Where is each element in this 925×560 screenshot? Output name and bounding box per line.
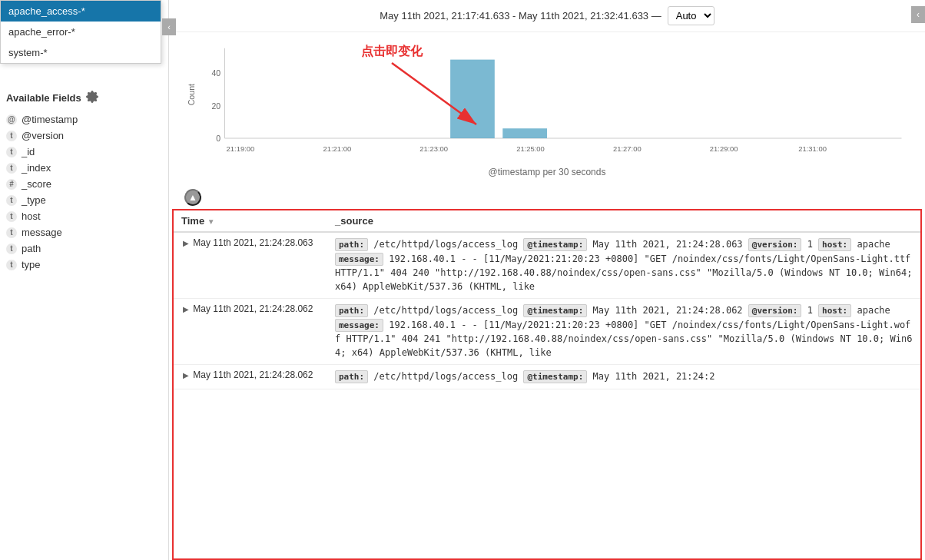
sidebar: apache_access-* apache_error-* system-* … [0, 0, 169, 560]
row-source: path: /etc/httpd/logs/access_log @timest… [327, 232, 920, 299]
svg-text:21:31:00: 21:31:00 [798, 144, 827, 153]
table-row: ▶ May 11th 2021, 21:24:28.062path: /etc/… [174, 365, 920, 389]
results-body: ▶ May 11th 2021, 21:24:28.063path: /etc/… [174, 232, 920, 389]
sidebar-field-message[interactable]: tmessage [6, 224, 162, 240]
svg-text:Count: Count [187, 84, 196, 105]
x-axis-label: @timestamp per 30 seconds [184, 167, 910, 177]
field-name: host [22, 210, 41, 222]
source-tag: message: [335, 253, 383, 266]
main-content: May 11th 2021, 21:17:41.633 - May 11th 2… [169, 0, 925, 560]
time-column-header[interactable]: Time ▼ [174, 210, 327, 232]
field-name: _index [22, 162, 51, 174]
sidebar-fields-section: Available Fields @@timestampt@versiont_i… [0, 91, 168, 273]
source-tag: @version: [748, 238, 802, 251]
table-row: ▶ May 11th 2021, 21:24:28.062path: /etc/… [174, 299, 920, 365]
source-tag: @timestamp: [523, 304, 587, 317]
chart-annotation: 点击即变化 [361, 44, 423, 60]
dropdown-item-system[interactable]: system-* [1, 42, 161, 63]
source-column-header: _source [327, 210, 920, 232]
expand-row-button[interactable]: ▶ [181, 369, 191, 381]
field-name: @timestamp [22, 114, 78, 125]
expand-row-button[interactable]: ▶ [181, 237, 191, 249]
row-time: May 11th 2021, 21:24:28.063 [193, 237, 313, 248]
source-tag: @timestamp: [523, 370, 587, 383]
chart-collapse-button[interactable]: ‹ [911, 6, 925, 23]
sidebar-collapse-button[interactable]: ‹ [162, 18, 176, 35]
field-name: _score [22, 178, 51, 190]
time-range-label: May 11th 2021, 21:17:41.633 - May 11th 2… [380, 10, 661, 22]
field-type-icon: t [6, 227, 17, 238]
source-tag: host: [818, 304, 851, 317]
svg-text:0: 0 [216, 134, 220, 143]
svg-text:40: 40 [212, 68, 221, 78]
sidebar-field-at-timestamp[interactable]: @@timestamp [6, 111, 162, 128]
index-dropdown[interactable]: apache_access-* apache_error-* system-* [0, 0, 161, 64]
row-source: path: /etc/httpd/logs/access_log @timest… [327, 365, 920, 389]
field-type-icon: t [6, 244, 17, 254]
dropdown-item-apache-error[interactable]: apache_error-* [1, 22, 161, 42]
chart-area: 点击即变化 0 20 40 Count 21:19:00 21:21:00 21… [169, 32, 925, 186]
table-row: ▶ May 11th 2021, 21:24:28.063path: /etc/… [174, 232, 920, 299]
field-type-icon: t [6, 211, 17, 222]
svg-text:21:27:00: 21:27:00 [613, 144, 642, 153]
field-type-icon: t [6, 147, 17, 157]
field-type-icon: t [6, 260, 17, 270]
available-fields-label: Available Fields [6, 92, 81, 104]
source-tag: @version: [748, 304, 802, 317]
sidebar-field-at-version[interactable]: t@version [6, 128, 162, 144]
expand-section: ▲ [169, 186, 925, 209]
dropdown-item-apache-access[interactable]: apache_access-* [1, 1, 161, 22]
results-table: Time ▼ _source ▶ May 11th 2021, 21:24:28… [174, 210, 920, 389]
svg-text:21:29:00: 21:29:00 [710, 144, 738, 153]
sidebar-field-_type[interactable]: t_type [6, 192, 162, 208]
field-name: message [22, 227, 62, 238]
available-fields-header: Available Fields [6, 91, 162, 105]
sidebar-field-path[interactable]: tpath [6, 240, 162, 257]
expand-row-button[interactable]: ▶ [181, 303, 191, 315]
sidebar-field-_score[interactable]: #_score [6, 176, 162, 192]
source-tag: message: [335, 319, 383, 332]
sidebar-field-_index[interactable]: t_index [6, 160, 162, 176]
sidebar-field-host[interactable]: thost [6, 208, 162, 224]
field-type-icon: t [6, 195, 17, 206]
sidebar-field-_id[interactable]: t_id [6, 144, 162, 160]
svg-text:21:25:00: 21:25:00 [516, 144, 545, 153]
field-name: @version [22, 130, 64, 141]
field-type-icon: @ [6, 114, 17, 125]
svg-text:21:23:00: 21:23:00 [419, 144, 448, 153]
expand-results-button[interactable]: ▲ [184, 189, 201, 206]
field-type-icon: t [6, 163, 17, 174]
row-time: May 11th 2021, 21:24:28.062 [193, 303, 313, 314]
row-time: May 11th 2021, 21:24:28.062 [193, 369, 313, 380]
fields-list: @@timestampt@versiont_idt_index#_scoret_… [6, 111, 162, 273]
results-area[interactable]: Time ▼ _source ▶ May 11th 2021, 21:24:28… [172, 209, 922, 560]
row-source: path: /etc/httpd/logs/access_log @timest… [327, 299, 920, 365]
field-type-icon: t [6, 131, 17, 141]
interval-select[interactable]: Auto [668, 6, 714, 25]
source-tag: host: [818, 238, 851, 251]
field-type-icon: # [6, 179, 17, 190]
source-tag: path: [335, 370, 368, 383]
field-name: type [22, 259, 41, 270]
gear-icon[interactable] [86, 91, 98, 105]
bar-5 [502, 128, 547, 138]
sort-icon: ▼ [207, 217, 215, 226]
source-tag: path: [335, 238, 368, 251]
source-tag: @timestamp: [523, 238, 587, 251]
field-name: path [22, 243, 41, 254]
source-tag: path: [335, 304, 368, 317]
sidebar-field-type[interactable]: ttype [6, 257, 162, 273]
bar-4 [450, 60, 495, 138]
histogram-chart: 0 20 40 Count 21:19:00 21:21:00 21:23:00… [184, 40, 910, 163]
svg-text:21:21:00: 21:21:00 [323, 144, 351, 153]
header-bar: May 11th 2021, 21:17:41.633 - May 11th 2… [169, 0, 925, 32]
svg-text:21:19:00: 21:19:00 [227, 144, 255, 153]
field-name: _id [22, 146, 35, 157]
svg-text:20: 20 [212, 101, 221, 111]
field-name: _type [22, 194, 46, 206]
